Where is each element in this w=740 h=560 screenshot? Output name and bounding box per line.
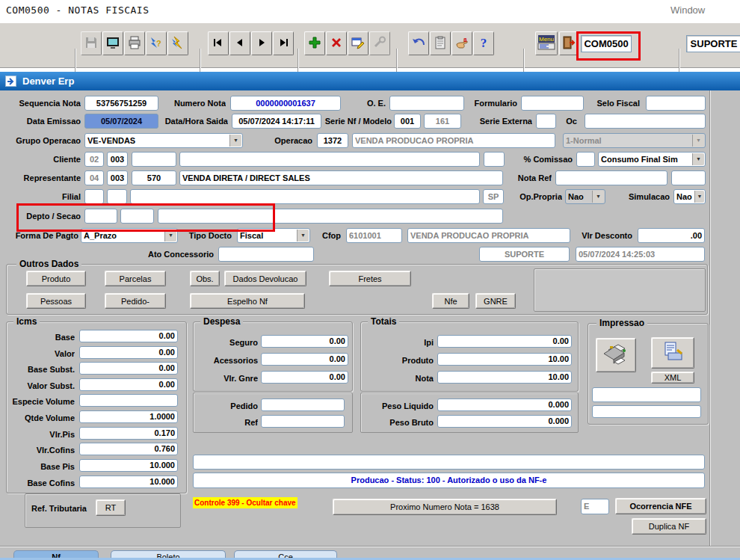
help-button[interactable]: ?: [473, 31, 494, 55]
pessoas-button[interactable]: Pessoas: [26, 293, 86, 309]
nota-ref-serie-field[interactable]: [671, 170, 706, 185]
edit-record-button[interactable]: [348, 31, 369, 55]
add-record-button[interactable]: [304, 31, 325, 55]
chevron-down-icon[interactable]: ▼: [592, 191, 604, 203]
cliente-nome-field[interactable]: [179, 152, 480, 167]
representante-nome-field[interactable]: VENDA DIRETA / DIRECT SALES: [179, 170, 503, 185]
ato-concessorio-field[interactable]: [218, 247, 314, 262]
comissao-field[interactable]: [576, 152, 595, 167]
duplica-nf-button[interactable]: Duplica NF: [632, 518, 706, 535]
nav-first-button[interactable]: [208, 31, 229, 55]
parcelas-button[interactable]: Parcelas: [105, 271, 166, 286]
clipboard-button[interactable]: [430, 31, 451, 55]
pedido-field[interactable]: [261, 399, 345, 411]
filial-f2-field[interactable]: [107, 189, 127, 204]
imprimir-danfe-button[interactable]: [651, 337, 694, 369]
screen-button[interactable]: [102, 31, 123, 55]
imprimir-nf-button[interactable]: [596, 338, 636, 372]
vlr-pis-field[interactable]: 0.170: [79, 427, 178, 440]
icms-base-subst-field[interactable]: 0.00: [79, 362, 178, 375]
seguro-field[interactable]: 0.00: [261, 335, 348, 348]
gnre-button[interactable]: GNRE: [475, 293, 516, 309]
chevron-down-icon[interactable]: ▼: [694, 191, 704, 203]
ref-field[interactable]: [261, 415, 345, 428]
undo-button[interactable]: [408, 31, 429, 55]
vlr-desconto-field[interactable]: .00: [638, 228, 705, 243]
depto-secao-nome-field[interactable]: [158, 209, 503, 224]
vlr-gnre-field[interactable]: 0.00: [261, 371, 348, 384]
espelho-nf-button[interactable]: Espelho Nf: [190, 293, 305, 309]
serie-nf-field[interactable]: 001: [394, 114, 421, 129]
nfe-button[interactable]: Nfe: [432, 293, 469, 309]
ocorrencia-codigo-field[interactable]: E: [581, 499, 609, 514]
vlr-cofins-label: Vlr.Cofins: [7, 445, 75, 455]
menu-button[interactable]: Menu: [535, 31, 558, 55]
totais-produto-field[interactable]: 10.00: [437, 353, 572, 366]
base-cofins-field[interactable]: 10.000: [79, 476, 178, 488]
selo-fiscal-field[interactable]: [646, 96, 706, 111]
especie-volume-field[interactable]: [79, 394, 178, 407]
xml-button[interactable]: XML: [651, 372, 694, 384]
simulacao-select[interactable]: Nao ▼: [673, 189, 706, 204]
rt-button[interactable]: RT: [96, 499, 126, 516]
qtde-volume-field[interactable]: 1.0000: [79, 410, 178, 423]
acessorios-field[interactable]: 0.00: [261, 353, 348, 366]
nav-last-button[interactable]: [273, 31, 294, 55]
cliente-sufixo-field[interactable]: [484, 152, 505, 167]
cliente-codigo-field[interactable]: [132, 152, 176, 167]
impressao-campo1-field[interactable]: [592, 387, 701, 402]
icms-valor-subst-field[interactable]: 0.00: [79, 378, 178, 391]
obs-button[interactable]: Obs.: [190, 271, 220, 286]
nav-next-button[interactable]: [251, 31, 272, 55]
representante-filial-field[interactable]: 003: [107, 170, 128, 185]
print-button[interactable]: [124, 31, 145, 55]
pedido-button[interactable]: Pedido-: [105, 293, 166, 309]
chevron-down-icon[interactable]: ▼: [692, 153, 704, 165]
nota-ref-field[interactable]: [555, 170, 667, 185]
data-hora-saida-field[interactable]: 05/07/2024 14:17:11: [232, 114, 321, 129]
oe-field[interactable]: [389, 96, 464, 111]
peso-liquido-field[interactable]: 0.000: [437, 399, 572, 411]
serie-externa-field[interactable]: [536, 114, 556, 129]
hand-button[interactable]: 8: [451, 31, 472, 55]
oc-field[interactable]: [585, 114, 706, 129]
base-pis-field[interactable]: 10.000: [79, 459, 178, 472]
nav-prev-button[interactable]: [229, 31, 250, 55]
sequencia-nota-field[interactable]: 53756751259: [84, 96, 158, 111]
ipi-field[interactable]: 0.00: [437, 335, 572, 348]
tipo-docto-select[interactable]: Fiscal ▼: [237, 228, 310, 243]
totais-nota-field[interactable]: 10.00: [437, 371, 572, 384]
wizard-help-button[interactable]: ?: [146, 31, 167, 55]
exit-button[interactable]: [559, 31, 579, 55]
depto-field[interactable]: [84, 209, 117, 224]
chevron-down-icon[interactable]: ▼: [164, 230, 176, 241]
filial-f1-field[interactable]: [84, 189, 104, 204]
impressao-campo2-field[interactable]: [592, 405, 701, 418]
icms-valor-field[interactable]: 0.00: [79, 346, 178, 359]
grupo-operacao-select[interactable]: VE-VENDAS ▼: [84, 133, 243, 148]
consumo-final-select[interactable]: Consumo Final Sim ▼: [598, 152, 706, 167]
delete-record-button[interactable]: [326, 31, 347, 55]
op-propria-select[interactable]: Nao ▼: [565, 189, 605, 204]
cliente-filial-field[interactable]: 003: [107, 152, 128, 167]
produto-button[interactable]: Produto: [26, 271, 86, 286]
dados-devolucao-button[interactable]: Dados Devolucao: [224, 271, 306, 286]
data-emissao-field[interactable]: 05/07/2024: [84, 114, 158, 129]
operacao-codigo-field[interactable]: 1372: [317, 133, 348, 148]
vlr-cofins-field[interactable]: 0.760: [79, 443, 178, 455]
formulario-field[interactable]: [521, 96, 584, 111]
secao-field[interactable]: [120, 209, 154, 224]
peso-bruto-field[interactable]: 0.000: [437, 415, 572, 428]
chevron-down-icon[interactable]: ▼: [229, 135, 241, 147]
fretes-button[interactable]: Fretes: [329, 271, 411, 286]
filial-nome-field[interactable]: [130, 189, 480, 204]
representante-codigo-field[interactable]: 570: [132, 170, 176, 185]
chevron-down-icon[interactable]: ▼: [297, 230, 309, 241]
icms-base-field[interactable]: 0.00: [79, 330, 178, 342]
numero-nota-field[interactable]: 0000000001637: [230, 96, 341, 111]
wizard-run-button[interactable]: [167, 31, 188, 55]
menu-window[interactable]: Window: [670, 4, 705, 16]
ocorrencia-nfe-button[interactable]: Ocorrencia NFE: [615, 498, 706, 514]
forma-pagto-select[interactable]: A_Prazo ▼: [81, 228, 178, 243]
proximo-numero-button[interactable]: Proximo Numero Nota = 1638: [333, 499, 557, 515]
